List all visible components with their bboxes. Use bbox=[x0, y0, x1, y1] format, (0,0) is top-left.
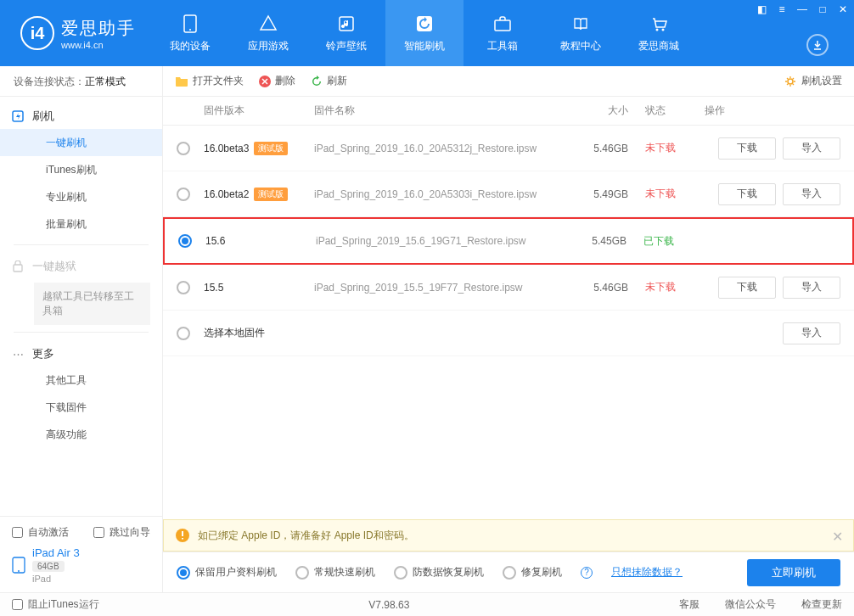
version-label: V7.98.63 bbox=[99, 599, 679, 611]
nav-toolbox[interactable]: 工具箱 bbox=[464, 0, 542, 66]
close-icon[interactable]: ✕ bbox=[837, 3, 849, 15]
local-firmware-label: 选择本地固件 bbox=[204, 326, 569, 340]
skip-guide-checkbox[interactable] bbox=[93, 527, 104, 538]
device-type: iPad bbox=[32, 574, 80, 584]
row-radio[interactable] bbox=[177, 281, 190, 294]
toolbox-icon bbox=[492, 14, 513, 34]
svg-point-1 bbox=[189, 29, 191, 31]
sidebar-item-advanced[interactable]: 高级功能 bbox=[0, 421, 162, 448]
table-row[interactable]: 16.0beta2测试版iPad_Spring_2019_16.0_20A530… bbox=[163, 171, 854, 217]
gear-icon bbox=[784, 76, 796, 87]
statusbar: 阻止iTunes运行 V7.98.63 客服 微信公众号 检查更新 bbox=[0, 592, 854, 616]
import-button[interactable]: 导入 bbox=[783, 137, 840, 160]
table-row[interactable]: 15.6iPad_Spring_2019_15.6_19G71_Restore.… bbox=[163, 217, 854, 265]
firmware-version: 16.0beta2 bbox=[204, 188, 249, 200]
sidebar-item-oneclick[interactable]: 一键刷机 bbox=[0, 129, 162, 156]
firmware-version: 15.6 bbox=[205, 235, 225, 247]
nav-my-device[interactable]: 我的设备 bbox=[151, 0, 229, 66]
table-row[interactable]: 15.5iPad_Spring_2019_15.5_19F77_Restore.… bbox=[163, 265, 854, 311]
block-itunes-checkbox[interactable] bbox=[12, 599, 23, 610]
sidebar-item-download[interactable]: 下载固件 bbox=[0, 394, 162, 421]
app-name: 爱思助手 bbox=[61, 17, 136, 40]
table-row-local[interactable]: 选择本地固件导入 bbox=[163, 311, 854, 356]
skin-icon[interactable]: ◧ bbox=[756, 3, 767, 15]
help-icon[interactable]: ? bbox=[581, 567, 593, 579]
refresh-icon bbox=[414, 14, 435, 34]
maximize-icon[interactable]: □ bbox=[817, 3, 829, 15]
minimize-icon[interactable]: — bbox=[796, 3, 808, 15]
sidebar-item-batch[interactable]: 批量刷机 bbox=[0, 210, 162, 238]
download-button[interactable] bbox=[806, 34, 829, 56]
flash-opt-antirecover[interactable]: 防数据恢复刷机 bbox=[394, 565, 484, 580]
settings-button[interactable]: 刷机设置 bbox=[784, 74, 842, 88]
sidebar-item-itunes[interactable]: iTunes刷机 bbox=[0, 156, 162, 183]
firmware-size: 5.49GB bbox=[569, 188, 628, 200]
firmware-size: 5.45GB bbox=[567, 235, 626, 247]
status-service[interactable]: 客服 bbox=[679, 597, 699, 612]
firmware-name: iPad_Spring_2019_16.0_20A5312j_Restore.i… bbox=[314, 143, 569, 154]
firmware-version: 15.5 bbox=[204, 282, 223, 294]
flash-opt-keep[interactable]: 保留用户资料刷机 bbox=[177, 565, 277, 580]
apps-icon bbox=[258, 14, 278, 34]
ipad-icon bbox=[12, 557, 25, 574]
delete-button[interactable]: 删除 bbox=[259, 74, 295, 88]
row-radio[interactable] bbox=[177, 327, 190, 340]
nav-store[interactable]: 爱思商城 bbox=[620, 0, 698, 66]
erase-link[interactable]: 只想抹除数据？ bbox=[611, 565, 683, 580]
alert-close-icon[interactable]: ✕ bbox=[832, 529, 843, 545]
lock-icon bbox=[12, 260, 24, 272]
status-update[interactable]: 检查更新 bbox=[801, 597, 842, 612]
cart-icon bbox=[649, 14, 669, 34]
row-radio[interactable] bbox=[177, 188, 190, 201]
firmware-status: 未下载 bbox=[628, 141, 705, 155]
svg-rect-4 bbox=[495, 20, 510, 31]
device-capacity: 64GB bbox=[32, 561, 65, 572]
download-button[interactable]: 下载 bbox=[718, 183, 776, 205]
music-icon bbox=[336, 14, 357, 34]
beta-badge: 测试版 bbox=[254, 142, 288, 155]
import-button[interactable]: 导入 bbox=[783, 322, 840, 344]
nav-flash[interactable]: 智能刷机 bbox=[385, 0, 464, 66]
refresh-button[interactable]: 刷新 bbox=[311, 74, 347, 88]
sidebar-group-more[interactable]: ⋯ 更多 bbox=[0, 339, 162, 367]
device-block[interactable]: iPad Air 3 64GB iPad bbox=[12, 546, 150, 584]
row-radio[interactable] bbox=[177, 142, 190, 155]
sidebar-item-other[interactable]: 其他工具 bbox=[0, 367, 162, 394]
firmware-status: 未下载 bbox=[628, 187, 705, 201]
app-url: www.i4.cn bbox=[61, 40, 136, 50]
nav-apps[interactable]: 应用游戏 bbox=[229, 0, 307, 66]
import-button[interactable]: 导入 bbox=[783, 183, 840, 205]
device-icon bbox=[180, 14, 200, 34]
more-icon: ⋯ bbox=[12, 348, 24, 360]
refresh-action-icon bbox=[311, 76, 323, 87]
open-folder-button[interactable]: 打开文件夹 bbox=[175, 74, 244, 88]
flash-opt-normal[interactable]: 常规快速刷机 bbox=[295, 565, 375, 580]
sidebar-group-flash[interactable]: 刷机 bbox=[0, 102, 162, 129]
download-button[interactable]: 下载 bbox=[718, 137, 776, 160]
logo[interactable]: i4 爱思助手 www.i4.cn bbox=[0, 16, 151, 50]
toolbar: 打开文件夹 删除 刷新 刷机设置 bbox=[163, 66, 854, 97]
auto-activate-checkbox[interactable] bbox=[12, 527, 23, 538]
firmware-status: 已下载 bbox=[626, 234, 703, 249]
svg-point-10 bbox=[18, 570, 20, 572]
table-row[interactable]: 16.0beta3测试版iPad_Spring_2019_16.0_20A531… bbox=[163, 126, 854, 171]
alert-bar: 如已绑定 Apple ID，请准备好 Apple ID和密码。 ✕ bbox=[163, 519, 854, 552]
row-radio[interactable] bbox=[178, 234, 192, 248]
menu-icon[interactable]: ≡ bbox=[776, 3, 788, 15]
svg-point-5 bbox=[656, 28, 659, 31]
download-button[interactable]: 下载 bbox=[718, 277, 776, 299]
book-icon bbox=[570, 14, 591, 34]
main-panel: 打开文件夹 删除 刷新 刷机设置 固件版本 固件名称 大小 状态 操作 16.0… bbox=[163, 66, 854, 592]
firmware-name: iPad_Spring_2019_15.6_19G71_Restore.ipsw bbox=[316, 235, 567, 247]
flash-opt-repair[interactable]: 修复刷机 bbox=[503, 565, 562, 580]
sidebar-item-pro[interactable]: 专业刷机 bbox=[0, 183, 162, 210]
nav-ringtone[interactable]: 铃声壁纸 bbox=[307, 0, 385, 66]
import-button[interactable]: 导入 bbox=[783, 277, 840, 299]
firmware-name: iPad_Spring_2019_15.5_19F77_Restore.ipsw bbox=[314, 282, 569, 294]
status-wechat[interactable]: 微信公众号 bbox=[725, 597, 776, 612]
flash-now-button[interactable]: 立即刷机 bbox=[747, 559, 840, 586]
delete-icon bbox=[259, 76, 271, 87]
nav-tutorial[interactable]: 教程中心 bbox=[542, 0, 620, 66]
sidebar: 设备连接状态：正常模式 刷机 一键刷机 iTunes刷机 专业刷机 批量刷机 一… bbox=[0, 66, 163, 592]
svg-point-12 bbox=[788, 79, 793, 84]
